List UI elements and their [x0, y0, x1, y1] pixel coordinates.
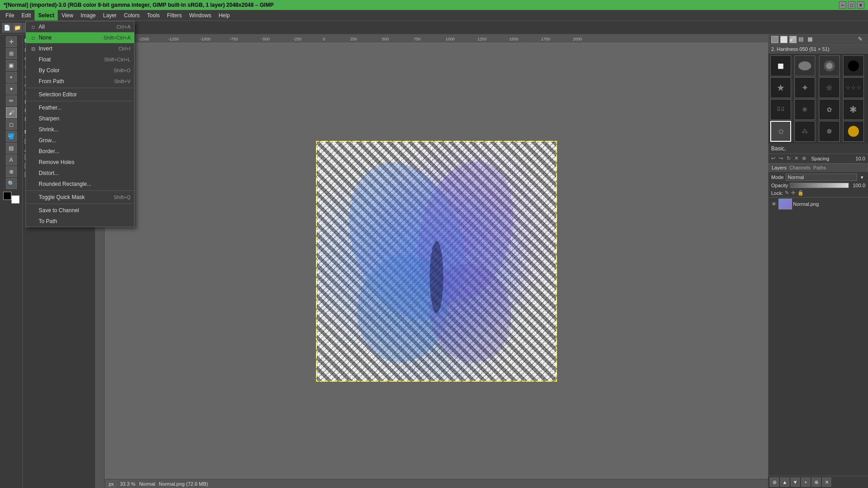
file-info: Normal.png (72.6 MB) — [159, 481, 208, 487]
lock-pixels-icon[interactable]: ✎ — [785, 190, 791, 196]
menu-removeholes[interactable]: Remove Holes — [26, 157, 134, 168]
new-layer-button[interactable]: + — [801, 478, 810, 487]
menu-togglequickmask[interactable]: Toggle Quick Mask Shift+Q — [26, 192, 134, 203]
canvas-container[interactable] — [105, 44, 768, 479]
menu-savetochannel[interactable]: Save to Channel — [26, 205, 134, 216]
spacing-row: ↩ ↪ ↻ ✕ ⊕ Spacing 10.0 — [768, 154, 868, 164]
brush-cell-16[interactable] — [843, 121, 864, 142]
menu-layer[interactable]: Layer — [100, 10, 120, 20]
brush-cell-2[interactable] — [794, 55, 815, 76]
brush-cell-15[interactable]: ❁ — [819, 121, 840, 142]
close-button[interactable]: × — [857, 1, 864, 9]
menu-feather[interactable]: Feather... — [26, 102, 134, 113]
brush-cell-5[interactable]: ★ — [770, 77, 791, 98]
menu-select-bycolor[interactable]: By Color Shift+O — [26, 65, 134, 76]
gradient-icon[interactable]: ▦ — [808, 36, 815, 43]
maximize-button[interactable]: □ — [848, 1, 855, 9]
tool-bucket[interactable]: 🪣 — [6, 131, 17, 142]
minimize-button[interactable]: – — [839, 1, 846, 9]
tool-paintbrush[interactable]: 🖌 — [6, 107, 17, 118]
duplicate-layer-button[interactable]: ⊕ — [812, 478, 821, 487]
tool-free-select[interactable]: ⌖ — [6, 72, 17, 83]
tool-text[interactable]: A — [6, 154, 17, 165]
layers-mode-label: Mode — [771, 174, 784, 180]
unit-select[interactable]: px — [106, 481, 116, 487]
brush-cell-7[interactable]: ❊ — [819, 77, 840, 98]
fg-color-swatch[interactable] — [771, 36, 778, 43]
tool-pencil[interactable]: ✏ — [6, 95, 17, 106]
tool-rect-select[interactable]: ▣ — [6, 60, 17, 71]
brush-cell-11[interactable]: ✿ — [819, 99, 840, 120]
menu-image[interactable]: Image — [77, 10, 99, 20]
menu-roundedrect[interactable]: Rounded Rectangle... — [26, 179, 134, 189]
canvas-area[interactable]: -1750 -1500 -1250 -1000 -750 -500 -250 0… — [95, 35, 768, 488]
opacity-slider[interactable] — [790, 183, 849, 188]
menu-colors[interactable]: Colors — [120, 10, 144, 20]
layers-mode-row: Mode Normal ▾ — [768, 173, 868, 182]
menu-sharpen[interactable]: Sharpen — [26, 113, 134, 124]
new-button[interactable]: 📄 — [2, 23, 12, 33]
duplicate-brush-button[interactable]: ⊕ — [802, 155, 808, 162]
select-dropdown-menu: □ All Ctrl+A □ None Shift+Ctrl+A ⊡ Inver… — [25, 21, 135, 227]
raise-layer-button[interactable]: ▲ — [780, 478, 789, 487]
mode-dropdown-arrow[interactable]: ▾ — [859, 174, 865, 180]
menu-select-float[interactable]: Float Shift+Ctrl+L — [26, 54, 134, 65]
brush-cell-10[interactable]: ❋ — [794, 99, 815, 120]
menu-select-none[interactable]: □ None Shift+Ctrl+A — [26, 32, 134, 43]
menu-file[interactable]: File — [2, 10, 18, 20]
tab-layers[interactable]: Layers — [772, 165, 787, 170]
brush-cell-9[interactable]: ⠿⠿ — [770, 99, 791, 120]
bg-color-swatch[interactable] — [780, 36, 788, 43]
menu-view[interactable]: View — [58, 10, 77, 20]
pattern-icon[interactable]: ▤ — [798, 36, 806, 43]
menu-select[interactable]: Select — [35, 10, 58, 20]
menu-filters[interactable]: Filters — [163, 10, 186, 20]
brush-cell-8[interactable]: ⁘⁘⁘ — [843, 77, 864, 98]
tool-gradient[interactable]: ▤ — [6, 143, 17, 154]
brush-cell-14[interactable]: ⁂ — [794, 121, 815, 142]
lower-layer-button[interactable]: ▼ — [791, 478, 800, 487]
brush-cell-12[interactable]: ✱ — [843, 99, 864, 120]
brush-cell-13[interactable]: ✩ — [770, 121, 791, 142]
tool-color-picker[interactable]: ⊕ — [6, 166, 17, 177]
tool-align[interactable]: ⊞ — [6, 48, 17, 59]
brush-cell-6[interactable]: ✦ — [794, 77, 815, 98]
tool-fuzzy-select[interactable]: ✦ — [6, 84, 17, 95]
menu-help[interactable]: Help — [215, 10, 234, 20]
refresh-button[interactable]: ↻ — [787, 155, 793, 162]
lock-position-icon[interactable]: ✛ — [791, 190, 798, 196]
tool-eraser[interactable]: ◻ — [6, 119, 17, 130]
delete-brush-button[interactable]: ✕ — [794, 155, 801, 162]
menu-grow[interactable]: Grow... — [26, 135, 134, 146]
lock-all-icon[interactable]: 🔒 — [798, 190, 804, 196]
layers-mode-dropdown[interactable]: Normal — [786, 174, 857, 181]
menu-shrink[interactable]: Shrink... — [26, 124, 134, 135]
tool-zoom[interactable]: 🔍 — [6, 178, 17, 189]
grow-icon — [30, 137, 37, 144]
tool-move[interactable]: ✛ — [6, 36, 17, 47]
menu-distort[interactable]: Distort... — [26, 168, 134, 179]
layer-visibility-toggle[interactable]: 👁 — [770, 200, 778, 208]
brush-cell-4[interactable] — [843, 55, 864, 76]
menu-select-invert[interactable]: ⊡ Invert Ctrl+I — [26, 43, 134, 54]
brush-cell-1[interactable]: ■ — [770, 55, 791, 76]
menu-select-frompath[interactable]: From Path Shift+V — [26, 76, 134, 87]
menu-windows[interactable]: Windows — [186, 10, 215, 20]
tab-channels[interactable]: Channels — [789, 165, 810, 170]
edit-brush-button[interactable]: ✎ — [858, 36, 865, 43]
open-button[interactable]: 📁 — [12, 23, 22, 33]
delete-layer-button[interactable]: ✕ — [822, 478, 831, 487]
menu-select-all[interactable]: □ All Ctrl+A — [26, 21, 134, 32]
menu-selection-editor[interactable]: Selection Editor — [26, 89, 134, 100]
tab-paths[interactable]: Paths — [813, 165, 826, 170]
brush-preview-icon[interactable]: 🖌 — [789, 36, 797, 43]
new-layer-from-visible-button[interactable]: ⊛ — [770, 478, 779, 487]
redo-small-button[interactable]: ↪ — [779, 155, 785, 162]
menu-border[interactable]: Border... — [26, 146, 134, 157]
brush-cell-3[interactable] — [819, 55, 840, 76]
menu-topath[interactable]: To Path — [26, 216, 134, 227]
fg-bg-colors[interactable] — [3, 192, 20, 204]
undo-small-button[interactable]: ↩ — [771, 155, 778, 162]
menu-tools[interactable]: Tools — [143, 10, 163, 20]
menu-edit[interactable]: Edit — [18, 10, 35, 20]
